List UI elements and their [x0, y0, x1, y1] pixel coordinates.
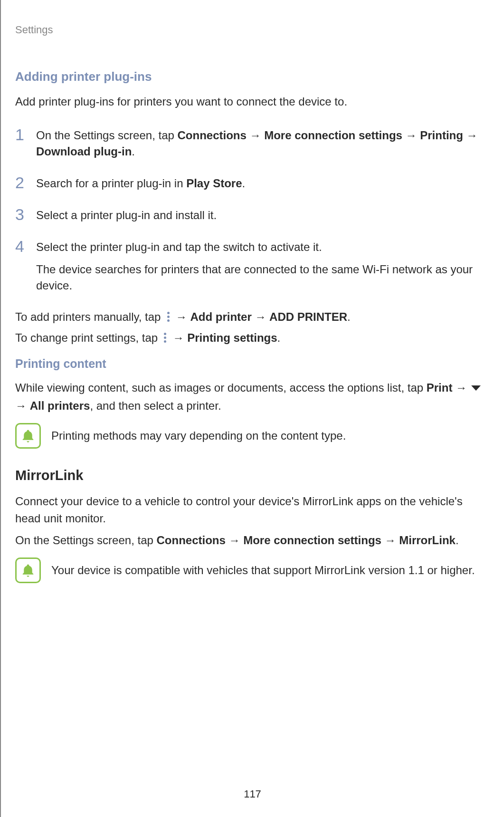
arrow: → [252, 310, 269, 323]
arrow: → [15, 399, 30, 412]
path-connections: Connections [157, 534, 226, 547]
subsection-heading-printing-content: Printing content [15, 357, 490, 371]
print-settings-text: To change print settings, tap → Printing… [15, 329, 490, 346]
step-content: On the Settings screen, tap Connections … [36, 126, 490, 161]
note-box: Your device is compatible with vehicles … [15, 557, 490, 583]
step-extra: The device searches for printers that ar… [36, 261, 490, 295]
text: . [456, 534, 459, 547]
text: To add printers manually, tap [15, 310, 164, 323]
more-icon [162, 333, 169, 343]
note-text: Your device is compatible with vehicles … [51, 562, 475, 578]
arrow: → [172, 310, 190, 323]
arrow: → [463, 129, 478, 142]
page-number: 117 [244, 788, 261, 800]
step-3: 3 Select a printer plug-in and install i… [15, 206, 490, 224]
text: . [277, 331, 281, 344]
step-content: Select the printer plug-in and tap the s… [36, 238, 490, 294]
path-mirrorlink: MirrorLink [399, 534, 456, 547]
page-header: Settings [15, 24, 490, 36]
text: While viewing content, such as images or… [15, 381, 427, 394]
path-add-printer-caps: ADD PRINTER [269, 310, 347, 323]
steps-list: 1 On the Settings screen, tap Connection… [15, 126, 490, 295]
arrow: → [226, 534, 243, 547]
text: . [242, 177, 246, 190]
more-icon [165, 312, 171, 322]
mirrorlink-intro: Connect your device to a vehicle to cont… [15, 493, 490, 527]
step-number: 1 [15, 126, 28, 143]
path-download: Download plug-in [36, 145, 132, 158]
section-title-mirrorlink: MirrorLink [15, 468, 490, 483]
intro-text: Add printer plug-ins for printers you wa… [15, 94, 490, 110]
text: On the Settings screen, tap [15, 534, 157, 547]
path-connections: Connections [178, 129, 247, 142]
step-content: Search for a printer plug-in in Play Sto… [36, 174, 245, 192]
note-text: Printing methods may vary depending on t… [51, 428, 346, 444]
arrow: → [170, 331, 187, 344]
step-number: 3 [15, 206, 28, 222]
chevron-down-icon [470, 380, 482, 397]
mirrorlink-path: On the Settings screen, tap Connections … [15, 532, 490, 549]
path-all-printers: All printers [30, 399, 90, 412]
path-printing-settings: Printing settings [187, 331, 277, 344]
printing-content-body: While viewing content, such as images or… [15, 379, 490, 414]
step-1: 1 On the Settings screen, tap Connection… [15, 126, 490, 161]
arrow: → [247, 129, 264, 142]
text: Search for a printer plug-in in [36, 177, 186, 190]
step-2: 2 Search for a printer plug-in in Play S… [15, 174, 490, 192]
arrow: → [452, 381, 470, 394]
step-4: 4 Select the printer plug-in and tap the… [15, 238, 490, 294]
bell-icon [15, 557, 41, 583]
manual-add-text: To add printers manually, tap → Add prin… [15, 308, 490, 326]
path-printing: Printing [420, 129, 463, 142]
step-body: Select the printer plug-in and tap the s… [36, 239, 490, 256]
step-content: Select a printer plug-in and install it. [36, 206, 217, 224]
step-number: 4 [15, 238, 28, 254]
arrow: → [381, 534, 399, 547]
text: . [347, 310, 351, 323]
path-more-settings: More connection settings [264, 129, 402, 142]
path-playstore: Play Store [186, 177, 242, 190]
path-print: Print [427, 381, 453, 394]
text: , and then select a printer. [90, 399, 221, 412]
path-add-printer: Add printer [190, 310, 251, 323]
text: To change print settings, tap [15, 331, 161, 344]
arrow: → [402, 129, 420, 142]
note-box: Printing methods may vary depending on t… [15, 423, 490, 449]
bell-icon [15, 423, 41, 449]
section-heading-plugins: Adding printer plug-ins [15, 69, 490, 84]
text: . [132, 145, 135, 158]
text: On the Settings screen, tap [36, 129, 178, 142]
path-more-settings: More connection settings [243, 534, 381, 547]
step-number: 2 [15, 174, 28, 191]
